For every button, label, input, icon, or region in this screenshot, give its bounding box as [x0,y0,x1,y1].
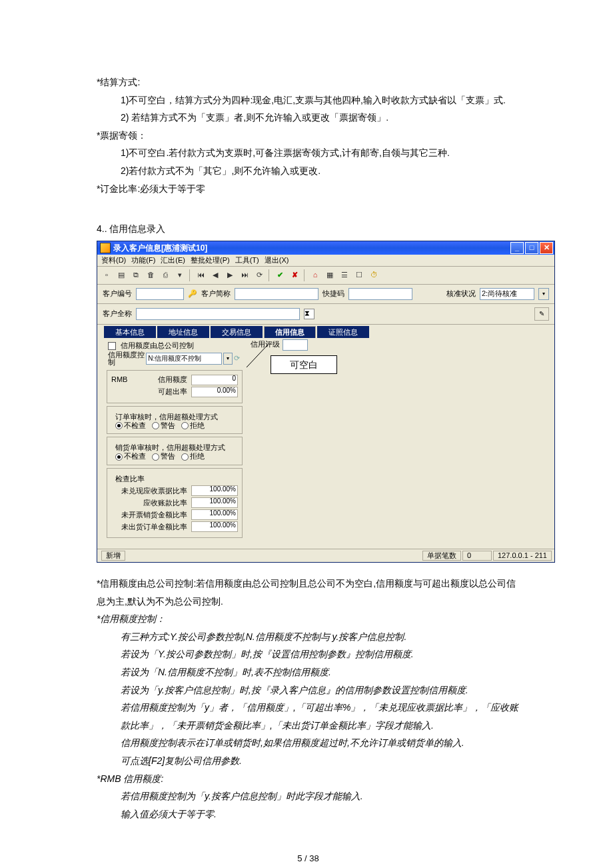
text-credit-ctrl-c: 若设为「N.信用额度不控制」时,表不控制信用额度. [121,663,520,681]
tab-basic-info[interactable]: 基本信息 [104,326,156,338]
f2-icon[interactable]: ⟳ [234,355,240,362]
minimize-button[interactable]: _ [510,242,524,254]
status-server: 127.0.0.1 - 211 [493,551,552,561]
statusbar: 新增 单据笔数 0 127.0.0.1 - 211 [97,549,554,562]
text-settlement-2: 2) 若结算方式不为「支票」者,则不允许输入或更改「票据寄领」. [121,109,520,127]
close-button[interactable]: ✕ [540,242,553,254]
section-4-heading: 4.. 信用信息录入 [97,220,520,238]
menu-function[interactable]: 功能(F) [131,257,155,264]
credit-ctrl-select[interactable] [146,353,222,365]
refresh-icon[interactable]: ⟳ [253,269,266,282]
text-credit-ctrl-f: 信用额度控制表示在订单或销货时,如果信用额度超过时,不允许订单或销货单的输入. [121,734,520,752]
tab-trade-info[interactable]: 交易信息 [211,326,263,338]
maximize-button[interactable]: □ [525,242,538,254]
menu-tools[interactable]: 工具(T) [235,257,259,264]
over-rate-value[interactable]: 0.00% [191,387,238,397]
tab-address-info[interactable]: 地址信息 [157,326,209,338]
app-window: 录入客户信息[惠浦测试10] _ □ ✕ 资料(D) 功能(F) 汇出(E) 整… [97,241,555,563]
last-icon[interactable]: ⏭ [238,269,251,282]
copy-icon[interactable]: ⧉ [129,269,143,282]
clock-icon[interactable]: ⏱ [367,269,380,282]
head-office-checkbox[interactable] [108,342,116,350]
r2-label: 应收账款比率 [111,499,187,507]
order-opt-warn[interactable] [152,422,159,429]
tab-credit-info[interactable]: 信用信息 [264,326,316,338]
ship-opt-reject-label: 拒绝 [190,452,205,460]
menubar: 资料(D) 功能(F) 汇出(E) 整批处理(P) 工具(T) 退出(X) [97,255,554,267]
cust-no-label: 客户编号 [103,290,132,297]
text-settlement-heading: *结算方式: [97,73,520,91]
cust-full-input[interactable] [136,308,300,320]
cust-short-input[interactable] [235,288,318,300]
first-icon[interactable]: ⏮ [194,269,207,282]
credit-ctrl-dropdown[interactable]: ▾ [223,353,233,365]
text-credit-ctrl-e: 若信用额度控制为「y」者，「信用额度」,「可超出率%」，「未兑现应收票据比率」，… [121,699,520,734]
ratio-group-label: 检查比率 [114,475,146,483]
ratio-group: 检查比率 未兑现应收票据比率100.00% 应收账款比率100.00% 未开票销… [107,468,243,538]
text-credit-ctrl-g: 可点选[F2]复制公司信用参数. [121,752,520,770]
confirm-icon[interactable]: ✔ [273,269,287,282]
r3-value[interactable]: 100.00% [191,509,238,520]
text-credit-ctrl-d: 若设为「y.按客户信息控制」时,按『录入客户信息』的信用制参数设置控制信用额度. [121,681,520,699]
text-rmb-b: 输入值必须大于等于零. [121,805,520,823]
new-icon[interactable]: ▫ [100,269,113,282]
r1-label: 未兑现应收票据比率 [111,487,187,495]
over-rate-label: 可超出率 [111,388,187,395]
ship-opt-warn-label: 警告 [161,452,175,460]
ship-opt-reject[interactable] [181,453,189,461]
status-count-value: 0 [462,551,492,561]
order-opt-warn-label: 警告 [161,421,175,429]
menu-data[interactable]: 资料(D) [101,257,126,264]
menu-exit[interactable]: 退出(X) [265,257,289,264]
order-opt-nocheck-label: 不检查 [124,421,146,429]
home-icon[interactable]: ⌂ [308,269,322,282]
ship-group-label: 销货单审核时，信用超额处理方式 [114,444,227,451]
next-icon[interactable]: ▶ [223,269,237,282]
text-credit-ctrl-b: 若设为「Y.按公司参数控制」时,按『设置信用控制参数』控制信用额度. [121,645,520,663]
edit-icon-button[interactable]: ✎ [534,307,549,321]
approve-dropdown[interactable]: ▾ [538,288,549,300]
menu-batch[interactable]: 整批处理(P) [191,257,230,264]
prev-icon[interactable]: ◀ [209,269,222,282]
order-opt-nocheck[interactable] [115,422,123,429]
list-icon[interactable]: ☰ [338,269,351,282]
ship-opt-nocheck-label: 不检查 [124,452,146,460]
tab-license-info[interactable]: 证照信息 [317,326,369,338]
quick-input[interactable] [348,288,412,300]
app-icon [100,243,111,253]
r4-value[interactable]: 100.00% [191,521,238,532]
callout: 可空白 [271,355,337,374]
tab-body: 信用额度由总公司控制 信用额度控制 ▾ ⟳ RMB 信用额度 0 可超出率 [97,338,554,549]
delete-icon[interactable]: 🗑 [144,269,157,282]
credit-limit-group: RMB 信用额度 0 可超出率 0.00% [107,370,243,403]
open-icon[interactable]: ▤ [115,269,128,282]
dropdown-icon[interactable]: ▾ [173,269,187,282]
key-icon: 🔑 [188,289,197,299]
approve-label: 核准状况 [446,290,476,297]
calc-icon[interactable]: ▦ [323,269,336,282]
approve-input[interactable] [480,288,534,300]
credit-limit-value[interactable]: 0 [191,375,238,385]
hourglass-icon: ⧗ [304,309,314,319]
menu-export[interactable]: 汇出(E) [161,257,185,264]
status-mode: 新增 [101,551,125,561]
ship-check-group: 销货单审核时，信用超额处理方式 不检查 警告 拒绝 [107,437,243,465]
r1-value[interactable]: 100.00% [191,485,238,496]
cust-full-label: 客户全称 [103,310,132,317]
header-row-1: 客户编号 🔑 客户简称 快捷码 核准状况 ▾ [97,285,554,304]
r2-value[interactable]: 100.00% [191,497,238,508]
credit-ctrl-label: 信用额度控制 [108,351,145,366]
currency-label: RMB [111,376,127,383]
cancel-icon[interactable]: ✘ [288,269,301,282]
print-icon[interactable]: ⎙ [159,269,172,282]
header-row-2: 客户全称 ⧗ ✎ [97,304,554,325]
cust-no-input[interactable] [136,288,184,300]
credit-rating-input[interactable] [283,339,308,351]
text-head-credit: *信用额度由总公司控制:若信用额度由总公司控制且总公司不为空白,信用额度与可超出… [97,575,520,610]
order-opt-reject[interactable] [181,422,189,429]
text-credit-ctrl-a: 有三种方式:Y.按公司参数控制,N.信用额度不控制与 y.按客户信息控制. [121,628,520,646]
ship-opt-warn[interactable] [152,453,159,461]
credit-limit-label: 信用额度 [131,376,187,383]
note-icon[interactable]: ☐ [352,269,366,282]
ship-opt-nocheck[interactable] [115,453,123,461]
